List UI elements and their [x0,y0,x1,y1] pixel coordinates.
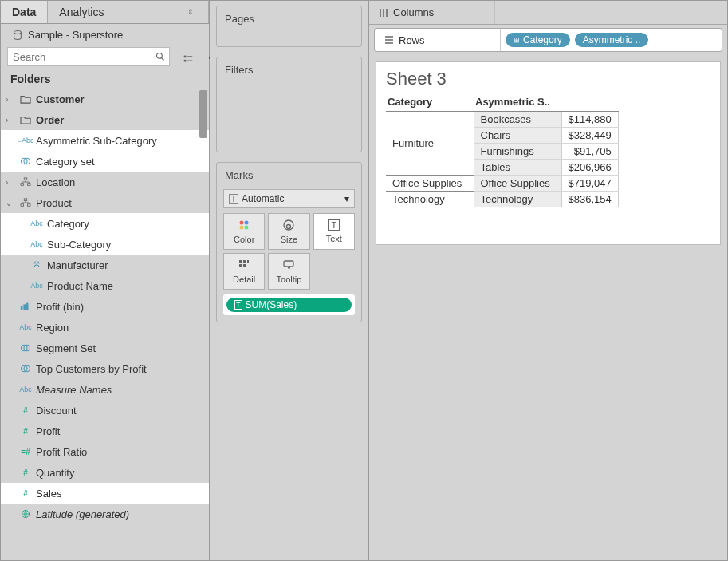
mark-card-text[interactable]: T Text [313,213,355,250]
view-toggle[interactable] [183,53,194,65]
svg-rect-9 [24,178,26,180]
field-category[interactable]: Abc Category [1,213,209,234]
row-sub-tables[interactable]: Tables [474,160,561,176]
col-header-sub[interactable]: Asymmetric S.. [474,94,561,112]
viz-canvas[interactable]: Sheet 3 Category Asymmetric S.. Furnitur… [376,61,721,245]
abc-icon: Abc [18,385,33,393]
field-latitude[interactable]: Latitude (generated) [1,504,209,524]
search-input[interactable] [8,49,152,65]
filters-shelf[interactable]: Filters [216,57,362,152]
pages-shelf[interactable]: Pages [216,6,362,47]
columns-shelf[interactable]: Columns [369,1,727,25]
svg-rect-13 [21,204,23,207]
rows-icon [384,35,394,45]
row-sub-chairs[interactable]: Chairs [474,128,561,144]
cell-bookcases[interactable]: $114,880 [561,112,618,128]
tab-analytics-label: Analytics [59,6,104,18]
svg-point-26 [245,226,249,230]
cell-office[interactable]: $719,047 [561,176,618,192]
datasource-row[interactable]: Sample - Superstore [1,24,209,47]
scrollbar-thumb[interactable] [199,90,207,138]
field-top-customers[interactable]: Top Customers by Profit [1,358,209,379]
hierarchy-plus-icon: ⊞ [514,36,520,44]
mark-card-detail[interactable]: Detail [223,253,265,290]
field-quantity[interactable]: # Quantity [1,462,209,483]
svg-line-2 [162,58,164,61]
pages-shelf-title: Pages [217,6,361,30]
hierarchy-icon [18,198,33,207]
field-asymmetric-subcategory[interactable]: =Abc Asymmetric Sub-Category [1,130,209,151]
set-icon [18,343,33,353]
folder-customer[interactable]: › Customer [1,89,209,109]
group-icon [30,260,44,270]
field-profit-bin[interactable]: Profit (bin) [1,296,209,317]
marks-title: Marks [217,163,361,186]
chevron-down-icon: ⌄ [6,199,15,207]
mark-card-tooltip[interactable]: Tooltip [268,253,309,290]
row-sub-tech[interactable]: Technology [474,192,561,207]
search-icon[interactable] [152,48,169,65]
set-icon [18,364,33,373]
row-header-tech[interactable]: Technology [386,192,474,207]
cell-tech[interactable]: $836,154 [561,192,618,207]
svg-rect-29 [239,260,242,263]
row-header-office[interactable]: Office Supplies [386,176,474,192]
field-discount[interactable]: # Discount [1,400,209,421]
row-sub-furnishings[interactable]: Furnishings [474,144,561,160]
tab-analytics[interactable]: Analytics ⇕ [48,1,209,23]
svg-rect-11 [28,184,30,186]
svg-rect-34 [284,261,293,267]
text-icon: T [328,219,340,231]
svg-point-25 [240,226,244,230]
field-profit[interactable]: # Profit [1,421,209,441]
cell-furnishings[interactable]: $91,705 [561,144,618,160]
cell-tables[interactable]: $206,966 [561,160,618,176]
field-category-set[interactable]: Category set [1,151,209,172]
text-mark-icon: T [234,300,242,310]
cell-chairs[interactable]: $328,449 [561,128,618,144]
svg-point-24 [245,221,249,225]
field-segment-set[interactable]: Segment Set [1,338,209,358]
tab-data[interactable]: Data [1,1,48,23]
pill-asymmetric[interactable]: Asymmetric .. [575,33,649,47]
col-header-category[interactable]: Category [386,94,474,112]
svg-point-0 [14,30,22,34]
shelves-pane: Pages Filters Marks TAutomatic ▾ Color [210,1,369,560]
svg-rect-17 [26,303,29,310]
field-measure-names[interactable]: Abc Measure Names [1,379,209,400]
mark-type-label: Automatic [242,193,284,204]
data-pane: Data Analytics ⇕ Sample - Superstore ▼ F [1,1,210,560]
mark-type-select[interactable]: TAutomatic ▾ [223,189,355,208]
row-header-furniture[interactable]: Furniture [386,112,474,176]
number-icon: # [18,427,33,436]
svg-point-1 [157,53,163,59]
svg-rect-12 [24,199,26,201]
folder-location[interactable]: › Location [1,172,209,192]
number-icon: # [18,489,33,498]
field-sales[interactable]: # Sales [1,483,209,504]
field-sub-category[interactable]: Abc Sub-Category [1,234,209,255]
mark-card-color[interactable]: Color [223,213,265,250]
pill-sum-sales[interactable]: T SUM(Sales) [226,298,352,312]
pill-category-label: Category [523,34,562,45]
field-product-name[interactable]: Abc Product Name [1,275,209,296]
field-manufacturer[interactable]: Manufacturer [1,255,209,275]
field-region[interactable]: Abc Region [1,317,209,338]
folder-product[interactable]: ⌄ Product [1,192,209,213]
datasource-name: Sample - Superstore [28,29,123,41]
marks-card: Marks TAutomatic ▾ Color [216,162,362,322]
abc-icon: Abc [18,323,33,331]
mark-card-size[interactable]: Size [268,213,309,250]
tab-resize-icon[interactable]: ⇕ [187,8,194,16]
row-sub-bookcases[interactable]: Bookcases [474,112,561,128]
pill-category[interactable]: ⊞ Category [506,33,570,47]
bin-icon [18,302,33,311]
folder-order[interactable]: › Order [1,109,209,130]
sheet-title[interactable]: Sheet 3 [386,69,710,89]
field-profit-ratio[interactable]: =# Profit Ratio [1,441,209,462]
svg-rect-33 [243,264,246,267]
tooltip-icon [282,259,295,271]
row-sub-office[interactable]: Office Supplies [474,176,561,192]
rows-shelf[interactable]: Rows ⊞ Category Asymmetric .. [374,28,722,52]
svg-rect-16 [23,304,26,310]
